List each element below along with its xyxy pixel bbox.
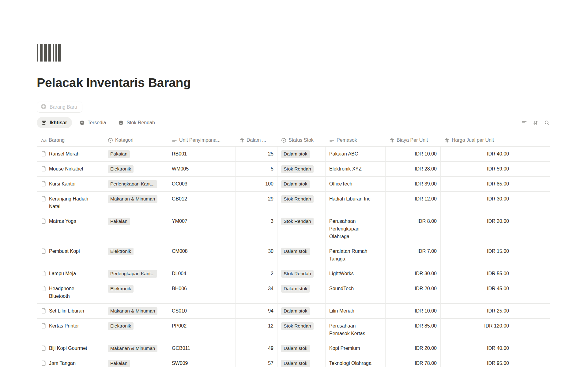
quantity-cell[interactable]: 94 bbox=[236, 304, 277, 319]
supplier-cell[interactable]: Perusahaan Perlengkapan Olahraga bbox=[326, 214, 386, 244]
status-cell[interactable]: Stok Rendah bbox=[277, 214, 326, 244]
table-row[interactable]: Kursi KantorPerlengkapan Kant...OC003100… bbox=[37, 177, 550, 192]
price-cell[interactable]: IDR 120.00 bbox=[441, 319, 513, 341]
category-cell[interactable]: Pakaian bbox=[104, 214, 168, 244]
status-cell[interactable]: Dalam stok bbox=[277, 281, 326, 304]
cost-cell[interactable]: IDR 20.00 bbox=[386, 281, 441, 304]
filter-icon[interactable] bbox=[522, 120, 527, 125]
status-cell[interactable]: Dalam stok bbox=[277, 341, 326, 356]
price-cell[interactable]: IDR 40.00 bbox=[441, 147, 513, 162]
column-header-kategori[interactable]: Kategori bbox=[104, 134, 168, 146]
supplier-cell[interactable]: Hadiah Liburan Inc bbox=[326, 192, 386, 214]
tab-ikhtisar[interactable]: Ikhtisar bbox=[37, 117, 72, 128]
cost-cell[interactable]: IDR 10.00 bbox=[386, 304, 441, 319]
tab-stok-rendah[interactable]: Stok Rendah bbox=[113, 117, 160, 128]
cost-cell[interactable]: IDR 28.00 bbox=[386, 162, 441, 177]
item-name-cell[interactable]: Kertas Printer bbox=[37, 319, 104, 341]
sku-cell[interactable]: RB001 bbox=[168, 147, 236, 162]
price-cell[interactable]: IDR 25.00 bbox=[441, 304, 513, 319]
item-name-cell[interactable]: Jam Tangan bbox=[37, 356, 104, 367]
item-name-cell[interactable]: Kursi Kantor bbox=[37, 177, 104, 192]
item-name-cell[interactable]: Ransel Merah bbox=[37, 147, 104, 162]
tab-tersedia[interactable]: Tersedia bbox=[74, 117, 111, 128]
search-icon[interactable] bbox=[544, 120, 550, 125]
sku-cell[interactable]: CM008 bbox=[168, 244, 236, 266]
price-cell[interactable]: IDR 40.00 bbox=[441, 341, 513, 356]
quantity-cell[interactable]: 30 bbox=[236, 244, 277, 266]
table-row[interactable]: Ransel MerahPakaianRB00125Dalam stokPaka… bbox=[37, 147, 550, 162]
category-cell[interactable]: Pakaian bbox=[104, 147, 168, 162]
supplier-cell[interactable]: Elektronik XYZ bbox=[326, 162, 386, 177]
table-row[interactable]: Keranjang Hadiah NatalMakanan & MinumanG… bbox=[37, 192, 550, 214]
status-cell[interactable]: Stok Rendah bbox=[277, 266, 326, 281]
item-name-cell[interactable]: Pembuat Kopi bbox=[37, 244, 104, 266]
sku-cell[interactable]: YM007 bbox=[168, 214, 236, 244]
quantity-cell[interactable]: 5 bbox=[236, 162, 277, 177]
cost-cell[interactable]: IDR 85.00 bbox=[386, 319, 441, 341]
cost-cell[interactable]: IDR 7.00 bbox=[386, 244, 441, 266]
supplier-cell[interactable]: OfficeTech bbox=[326, 177, 386, 192]
price-cell[interactable]: IDR 95.00 bbox=[441, 356, 513, 367]
status-cell[interactable]: Dalam stok bbox=[277, 304, 326, 319]
status-cell[interactable]: Dalam stok bbox=[277, 356, 326, 367]
quantity-cell[interactable]: 3 bbox=[236, 214, 277, 244]
category-cell[interactable]: Makanan & Minuman bbox=[104, 304, 168, 319]
quantity-cell[interactable]: 29 bbox=[236, 192, 277, 214]
cost-cell[interactable]: IDR 39.00 bbox=[386, 177, 441, 192]
category-cell[interactable]: Elektronik bbox=[104, 281, 168, 304]
column-header-unit-penyimpanan[interactable]: Unit Penyimpana... bbox=[168, 134, 236, 146]
category-cell[interactable]: Perlengkapan Kant... bbox=[104, 177, 168, 192]
status-cell[interactable]: Stok Rendah bbox=[277, 162, 326, 177]
category-cell[interactable]: Makanan & Minuman bbox=[104, 341, 168, 356]
category-cell[interactable]: Makanan & Minuman bbox=[104, 192, 168, 214]
sort-updown-icon[interactable] bbox=[533, 120, 538, 125]
table-row[interactable]: Biji Kopi GourmetMakanan & MinumanGCB011… bbox=[37, 341, 550, 356]
quantity-cell[interactable]: 100 bbox=[236, 177, 277, 192]
status-cell[interactable]: Dalam stok bbox=[277, 244, 326, 266]
sku-cell[interactable]: SW009 bbox=[168, 356, 236, 367]
sku-cell[interactable]: PP002 bbox=[168, 319, 236, 341]
item-name-cell[interactable]: Keranjang Hadiah Natal bbox=[37, 192, 104, 214]
cost-cell[interactable]: IDR 10.00 bbox=[386, 147, 441, 162]
supplier-cell[interactable]: Lilin Meriah bbox=[326, 304, 386, 319]
item-name-cell[interactable]: Mouse Nirkabel bbox=[37, 162, 104, 177]
supplier-cell[interactable]: Pakaian ABC bbox=[326, 147, 386, 162]
status-cell[interactable]: Dalam stok bbox=[277, 147, 326, 162]
supplier-cell[interactable]: Peralatan Rumah Tangga bbox=[326, 244, 386, 266]
table-row[interactable]: Headphone BluetoothElektronikBH00634Dala… bbox=[37, 281, 550, 304]
item-name-cell[interactable]: Biji Kopi Gourmet bbox=[37, 341, 104, 356]
status-cell[interactable]: Dalam stok bbox=[277, 177, 326, 192]
column-header-pemasok[interactable]: Pemasok bbox=[326, 134, 386, 146]
supplier-cell[interactable]: Teknologi Olahraga bbox=[326, 356, 386, 367]
quantity-cell[interactable]: 2 bbox=[236, 266, 277, 281]
table-row[interactable]: Mouse NirkabelElektronikWM0055Stok Renda… bbox=[37, 162, 550, 177]
price-cell[interactable]: IDR 59.00 bbox=[441, 162, 513, 177]
barcode-icon[interactable] bbox=[37, 44, 588, 63]
sku-cell[interactable]: GCB011 bbox=[168, 341, 236, 356]
table-row[interactable]: Lampu MejaPerlengkapan Kant...DL0042Stok… bbox=[37, 266, 550, 281]
price-cell[interactable]: IDR 45.00 bbox=[441, 281, 513, 304]
price-cell[interactable]: IDR 85.00 bbox=[441, 177, 513, 192]
supplier-cell[interactable]: Kopi Premium bbox=[326, 341, 386, 356]
page-title[interactable]: Pelacak Inventaris Barang bbox=[37, 75, 588, 91]
sku-cell[interactable]: OC003 bbox=[168, 177, 236, 192]
quantity-cell[interactable]: 25 bbox=[236, 147, 277, 162]
supplier-cell[interactable]: SoundTech bbox=[326, 281, 386, 304]
cost-cell[interactable]: IDR 20.00 bbox=[386, 341, 441, 356]
sku-cell[interactable]: WM005 bbox=[168, 162, 236, 177]
sku-cell[interactable]: DL004 bbox=[168, 266, 236, 281]
cost-cell[interactable]: IDR 30.00 bbox=[386, 266, 441, 281]
quantity-cell[interactable]: 57 bbox=[236, 356, 277, 367]
column-header-dalam-stok[interactable]: Dalam ... bbox=[236, 134, 277, 146]
column-header-biaya-per-unit[interactable]: Biaya Per Unit bbox=[386, 134, 441, 146]
price-cell[interactable]: IDR 30.00 bbox=[441, 192, 513, 214]
item-name-cell[interactable]: Lampu Meja bbox=[37, 266, 104, 281]
status-cell[interactable]: Stok Rendah bbox=[277, 192, 326, 214]
table-row[interactable]: Matras YogaPakaianYM0073Stok RendahPerus… bbox=[37, 214, 550, 244]
item-name-cell[interactable]: Headphone Bluetooth bbox=[37, 281, 104, 304]
column-header-harga-jual-per-unit[interactable]: Harga Jual per Unit bbox=[441, 134, 513, 146]
column-header-status-stok[interactable]: Status Stok bbox=[277, 134, 326, 146]
supplier-cell[interactable]: Perusahaan Pemasok Kertas bbox=[326, 319, 386, 341]
quantity-cell[interactable]: 34 bbox=[236, 281, 277, 304]
sku-cell[interactable]: CS010 bbox=[168, 304, 236, 319]
